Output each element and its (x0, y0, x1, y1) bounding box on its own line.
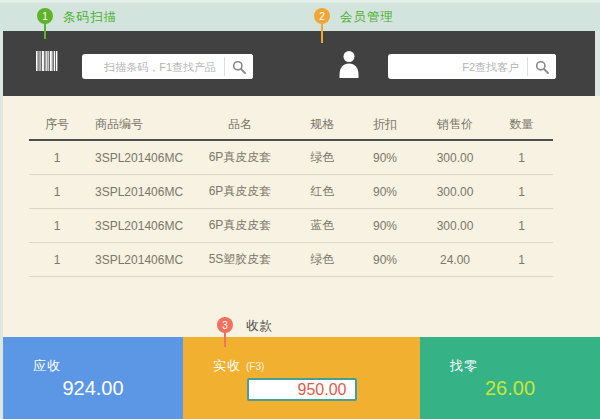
barcode-icon (36, 51, 58, 71)
table-cell: 1 (490, 219, 553, 233)
product-search-button[interactable] (225, 54, 253, 79)
table-cell: 1 (490, 185, 553, 199)
column-header: 品名 (185, 116, 295, 133)
step-2-pointer (321, 22, 323, 43)
table-cell: 1 (490, 151, 553, 165)
table-cell: 3SPL201406MC (85, 253, 185, 267)
right-border (595, 31, 600, 96)
table-cell: 1 (29, 253, 85, 267)
table-cell: 300.00 (420, 151, 490, 165)
column-header: 序号 (29, 116, 85, 133)
step-1-pointer (44, 22, 46, 39)
product-search (82, 54, 253, 79)
table-cell: 1 (490, 253, 553, 267)
change-amount: 26.00 (420, 377, 600, 400)
table-cell: 300.00 (420, 185, 490, 199)
table-body: 13SPL201406MC6P真皮皮套绿色90%300.00113SPL2014… (29, 141, 553, 277)
toolbar (3, 31, 595, 96)
table-cell: 绿色 (295, 251, 350, 268)
change-label: 找零 (450, 357, 478, 375)
customer-search-input[interactable] (388, 54, 527, 79)
change-panel: 找零 26.00 (420, 337, 600, 419)
column-header: 商品编号 (85, 116, 185, 133)
table-cell: 红色 (295, 183, 350, 200)
table-row[interactable]: 13SPL201406MC5S塑胶皮套绿色90%24.001 (29, 243, 553, 277)
table-cell: 3SPL201406MC (85, 151, 185, 165)
table-cell: 1 (29, 151, 85, 165)
table-cell: 90% (350, 151, 420, 165)
table-cell: 3SPL201406MC (85, 219, 185, 233)
table-cell: 90% (350, 219, 420, 233)
table-cell: 绿色 (295, 149, 350, 166)
table-cell: 24.00 (420, 253, 490, 267)
column-header: 规格 (295, 116, 350, 133)
table-cell: 3SPL201406MC (85, 185, 185, 199)
table-cell: 1 (29, 185, 85, 199)
table-cell: 5S塑胶皮套 (185, 251, 295, 268)
user-icon (338, 50, 360, 78)
table-cell: 1 (29, 219, 85, 233)
step-3-label: 收款 (246, 318, 273, 335)
customer-search-button[interactable] (528, 54, 556, 79)
customer-search (388, 54, 556, 79)
pos-window: 1 条码扫描 2 会员管理 (0, 0, 600, 419)
table-cell: 6P真皮皮套 (185, 149, 295, 166)
step-2-label: 会员管理 (340, 9, 394, 26)
table-cell: 6P真皮皮套 (185, 183, 295, 200)
step-1-number: 1 (42, 11, 48, 22)
table-row[interactable]: 13SPL201406MC6P真皮皮套绿色90%300.001 (29, 141, 553, 175)
receivable-panel: 应收 924.00 (3, 337, 183, 419)
items-table: 序号商品编号品名规格折扣销售价数量 13SPL201406MC6P真皮皮套绿色9… (29, 110, 553, 277)
search-icon (232, 60, 246, 74)
table-row[interactable]: 13SPL201406MC6P真皮皮套蓝色90%300.001 (29, 209, 553, 243)
step-3-pointer (224, 331, 226, 347)
column-header: 数量 (490, 116, 553, 133)
received-hotkey: (F3) (246, 361, 264, 372)
search-icon (535, 60, 549, 74)
column-header: 折扣 (350, 116, 420, 133)
step-3-number: 3 (222, 320, 228, 331)
table-cell: 90% (350, 253, 420, 267)
received-label: 实收(F3) (213, 357, 264, 375)
table-cell: 300.00 (420, 219, 490, 233)
received-label-text: 实收 (213, 358, 241, 373)
received-panel: 实收(F3) (183, 337, 420, 419)
table-row[interactable]: 13SPL201406MC6P真皮皮套红色90%300.001 (29, 175, 553, 209)
step-1-label: 条码扫描 (63, 9, 117, 26)
table-cell: 6P真皮皮套 (185, 217, 295, 234)
receivable-label: 应收 (33, 357, 61, 375)
product-search-input[interactable] (82, 54, 224, 79)
table-cell: 蓝色 (295, 217, 350, 234)
table-cell: 90% (350, 185, 420, 199)
column-header: 销售价 (420, 116, 490, 133)
receivable-amount: 924.00 (3, 377, 183, 400)
step-2-number: 2 (319, 11, 325, 22)
received-amount-input[interactable] (247, 378, 357, 401)
table-header-row: 序号商品编号品名规格折扣销售价数量 (29, 110, 553, 141)
